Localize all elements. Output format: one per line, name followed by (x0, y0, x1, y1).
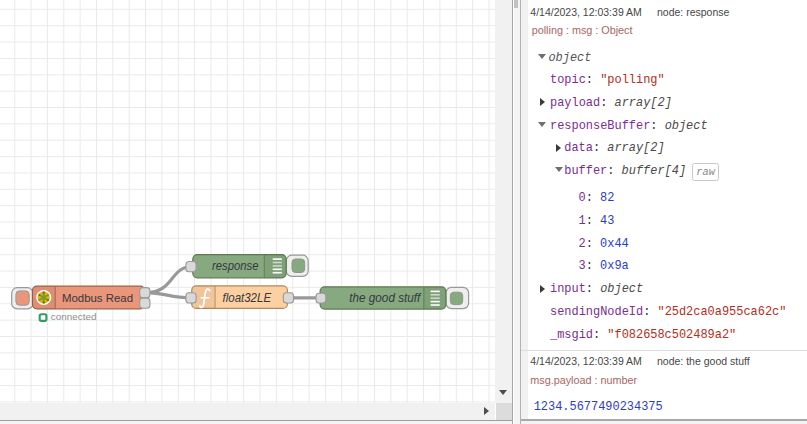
svg-text:Modbus Read: Modbus Read (62, 291, 133, 305)
svg-text:response: response (212, 259, 259, 273)
svg-text:connected: connected (51, 311, 97, 322)
svg-text:the good stuff: the good stuff (349, 291, 422, 305)
svg-text:float32LE: float32LE (223, 291, 273, 305)
